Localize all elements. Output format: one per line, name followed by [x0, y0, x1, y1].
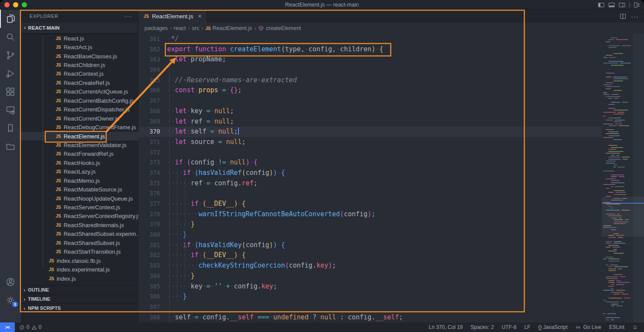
file-item-reactlazy-js[interactable]: JSReactLazy.js [21, 168, 138, 176]
activity-item-project-manager[interactable] [0, 137, 21, 156]
minimap-line [616, 39, 628, 40]
minimap-line [606, 317, 620, 318]
minimap-line [603, 92, 607, 93]
file-item-index-js[interactable]: JSindex.js [21, 274, 138, 283]
code-line-378: 378········warnIfStringRefCannotBeAutoCo… [138, 209, 602, 220]
activity-item-bookmarks[interactable] [0, 119, 21, 137]
file-item-reactmutablesource-js[interactable]: JSReactMutableSource.js [21, 185, 138, 194]
code-line-text: ··let·ref·=·null; [160, 117, 234, 127]
code-line-text [160, 148, 167, 158]
minimap-line [616, 290, 625, 291]
line-number: 388 [138, 312, 160, 322]
customize-layout-icon[interactable] [633, 1, 641, 9]
js-file-icon: JS [49, 267, 54, 272]
code-line-385: 385······key·=·''·+·config.key; [138, 282, 602, 292]
file-item-reactsharedinternals-js[interactable]: JSReactSharedInternals.js [21, 221, 138, 229]
file-item-reactcurrentactqueue-js[interactable]: JSReactCurrentActQueue.js [21, 87, 138, 96]
file-item-reactcurrentdispatcher-js[interactable]: JSReactCurrentDispatcher.js [21, 105, 138, 114]
activity-item-search[interactable] [0, 28, 21, 46]
breadcrumb-segment-src[interactable]: src [192, 25, 199, 31]
settings-badge: 1 [12, 302, 18, 307]
activity-item-source-control[interactable] [0, 46, 21, 64]
file-label: ReactSharedInternals.js [64, 222, 124, 228]
minimap[interactable] [602, 34, 633, 322]
code-editor[interactable]: 361·*/362export·function·createElement(t… [138, 34, 602, 322]
file-item-index-classic-fb-js[interactable]: JSindex.classic.fb.js [21, 256, 138, 265]
status-item-spaces-2[interactable]: Spaces: 2 [471, 324, 494, 330]
file-item-reactdebugcurrentframe-js[interactable]: JSReactDebugCurrentFrame.js [21, 123, 138, 131]
js-file-icon: JS [56, 54, 61, 59]
file-item-reactservercontext-js[interactable]: JSReactServerContext.js [21, 203, 138, 211]
file-item-reactcurrentowner-js[interactable]: JSReactCurrentOwner.js [21, 114, 138, 123]
code-line-text: export·function·createElement(type,·conf… [160, 44, 383, 55]
file-label: ReactChildren.js [64, 62, 105, 68]
panel-left-icon[interactable] [597, 1, 605, 9]
section-npm-scripts[interactable]: ›NPM SCRIPTS [21, 303, 138, 312]
activity-item-extensions[interactable] [0, 83, 21, 101]
file-item-reactcontext-js[interactable]: JSReactContext.js [21, 70, 138, 78]
tab-reactelement[interactable]: JS ReactElement.js × [138, 10, 207, 23]
file-item-reactsharedsubset-js[interactable]: JSReactSharedSubset.js [21, 238, 138, 247]
status-item-eslint[interactable]: ESLint [609, 324, 624, 330]
code-line-366: 366··const·props·=·{}; [138, 85, 602, 96]
code-line-text: ····if·(hasValidKey(config))·{ [160, 240, 285, 251]
file-item-reactforwardref-js[interactable]: JSReactForwardRef.js [21, 150, 138, 158]
file-item-reactcurrentbatchconfig-js[interactable]: JSReactCurrentBatchConfig.js [21, 96, 138, 105]
file-label: ReactDebugCurrentFrame.js [64, 124, 136, 131]
file-item-reactelement-js[interactable]: JSReactElement.js [21, 132, 138, 141]
minimap-line [611, 180, 620, 181]
status-item-lf[interactable]: LF [524, 324, 530, 330]
close-tab-icon[interactable]: × [198, 13, 201, 20]
js-file-icon: JS [56, 249, 61, 254]
minimap-line [614, 110, 628, 111]
minimap-line [613, 243, 626, 244]
status-item-javascript[interactable]: {} JavaScript [538, 324, 567, 330]
code-line-text [160, 65, 167, 75]
section-timeline[interactable]: ›TIMELINE [21, 294, 138, 303]
panel-bottom-icon[interactable] [608, 1, 615, 9]
activity-item-explorer[interactable] [0, 10, 21, 28]
line-number: 382 [138, 250, 160, 261]
file-item-reactsharedsubset-experim-[interactable]: JSReactSharedSubset.experim… [21, 230, 138, 238]
file-item-reactmemo-js[interactable]: JSReactMemo.js [21, 176, 138, 185]
panel-right-icon[interactable] [618, 1, 626, 9]
activity-item-settings[interactable]: 1 [0, 291, 21, 309]
more-actions-icon[interactable]: ··· [631, 13, 639, 20]
problems-status[interactable]: 0 0 [19, 324, 41, 330]
status-item-utf-8[interactable]: UTF-8 [502, 324, 517, 330]
remote-indicator[interactable]: >< [0, 322, 15, 332]
file-item-reactnoopupdatequeue-js[interactable]: JSReactNoopUpdateQueue.js [21, 194, 138, 203]
sidebar-more-actions-button[interactable]: ··· [124, 13, 132, 20]
activity-item-remote-explorer[interactable] [0, 101, 21, 119]
breadcrumb-segment-createelement[interactable]: createElement [258, 25, 301, 31]
split-editor-icon[interactable] [619, 13, 627, 20]
file-item-react-js[interactable]: JSReact.js [21, 34, 138, 43]
scrollbar[interactable] [633, 34, 644, 322]
breadcrumb-segment-reactelement-js[interactable]: JSReactElement.js [205, 25, 252, 31]
window-title: ReactElement.js — react-main [0, 2, 644, 8]
breadcrumb-segment-packages[interactable]: packages [144, 25, 168, 31]
code-line-382: 382······if·(__DEV__)·{ [138, 250, 602, 261]
breadcrumb-segment-react[interactable]: react [174, 25, 186, 31]
section-outline[interactable]: ›OUTLINE [21, 285, 138, 294]
file-item-reactcreateref-js[interactable]: JSReactCreateRef.js [21, 78, 138, 87]
activity-item-run-and-debug[interactable] [0, 64, 21, 83]
minimap-line [608, 261, 620, 262]
file-item-reactservercontextregistry-js[interactable]: JSReactServerContextRegistry.js [21, 212, 138, 221]
file-item-reactelementvalidator-js[interactable]: JSReactElementValidator.js [21, 141, 138, 149]
file-item-reacthooks-js[interactable]: JSReactHooks.js [21, 158, 138, 167]
file-item-reactbaseclasses-js[interactable]: JSReactBaseClasses.js [21, 52, 138, 60]
status-item-ln-370-col-19[interactable]: Ln 370, Col 19 [429, 324, 463, 330]
code-line-363: 363··let·propName; [138, 54, 602, 65]
file-item-reactchildren-js[interactable]: JSReactChildren.js [21, 60, 138, 69]
activity-item-account[interactable] [0, 273, 21, 291]
file-item-reactact-js[interactable]: JSReactAct.js [21, 43, 138, 51]
file-item-index-experimental-js[interactable]: JSindex.experimental.js [21, 265, 138, 274]
status-item-go-live[interactable]: Go Live [575, 324, 601, 330]
status-item-bell[interactable] [632, 325, 638, 330]
breadcrumb-separator: › [170, 25, 172, 31]
minimap-line [608, 237, 616, 238]
project-section-header[interactable]: ∨ REACT-MAIN [21, 23, 138, 33]
code-line-text: ··const·props·=·{}; [160, 85, 242, 96]
file-item-reactstarttransition-js[interactable]: JSReactStartTransition.js [21, 248, 138, 256]
